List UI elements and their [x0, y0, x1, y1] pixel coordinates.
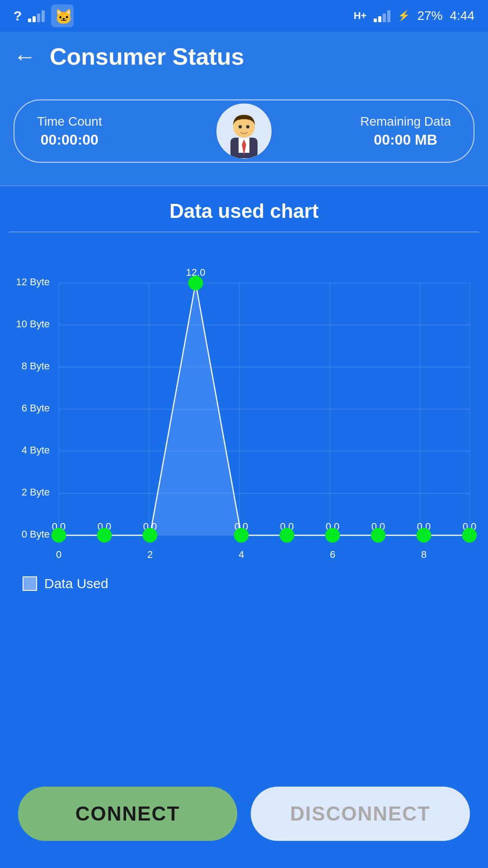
network-type: H+: [354, 10, 367, 22]
status-left: ? 🐱: [14, 5, 74, 27]
svg-text:12 Byte: 12 Byte: [16, 276, 50, 288]
back-button[interactable]: ←: [14, 43, 36, 70]
svg-text:4: 4: [239, 549, 244, 560]
svg-text:8: 8: [421, 549, 427, 560]
legend-color-box: [23, 576, 37, 591]
legend-label: Data Used: [44, 576, 108, 591]
time-count-item: Time Count 00:00:00: [37, 114, 102, 148]
connect-button[interactable]: CONNECT: [18, 787, 237, 841]
svg-point-41: [97, 528, 112, 542]
status-right: H+ ⚡ 27% 4:44: [354, 9, 474, 23]
battery-percent: 27%: [417, 9, 442, 23]
svg-point-8: [246, 125, 249, 128]
chart-divider: [9, 231, 479, 232]
remaining-data-label: Remaining Data: [360, 114, 451, 129]
svg-text:6: 6: [330, 549, 335, 560]
svg-text:2: 2: [147, 549, 153, 560]
info-card: Time Count 00:00:00: [14, 99, 474, 163]
svg-point-42: [143, 528, 157, 542]
svg-point-43: [188, 276, 203, 290]
svg-text:8 Byte: 8 Byte: [22, 360, 50, 372]
charging-icon: ⚡: [398, 10, 410, 22]
time-count-value: 00:00:00: [37, 132, 102, 148]
chart-title: Data used chart: [9, 200, 479, 222]
cat-icon: 🐱: [51, 5, 74, 27]
remaining-data-item: Remaining Data 00:00 MB: [360, 114, 451, 148]
chart-legend: Data Used: [9, 567, 479, 600]
app-bar: ← Consumer Status: [0, 32, 488, 81]
status-bar: ? 🐱 H+ ⚡ 27% 4:44: [0, 0, 488, 32]
svg-text:0 Byte: 0 Byte: [22, 528, 50, 540]
svg-text:2 Byte: 2 Byte: [22, 486, 50, 498]
svg-point-48: [417, 528, 431, 542]
page-title: Consumer Status: [50, 43, 244, 70]
svg-point-49: [462, 528, 477, 542]
svg-point-40: [52, 528, 66, 542]
svg-text:0: 0: [56, 549, 61, 560]
signal-icon: [28, 9, 45, 22]
bottom-buttons: CONNECT DISCONNECT: [0, 787, 488, 841]
svg-point-44: [234, 528, 249, 542]
svg-point-7: [239, 125, 242, 128]
svg-text:6 Byte: 6 Byte: [22, 402, 50, 414]
svg-point-45: [280, 528, 294, 542]
disconnect-button[interactable]: DISCONNECT: [251, 787, 470, 841]
svg-point-46: [325, 528, 340, 542]
chart-section: Data used chart 0 Byte 2 Byte: [0, 186, 488, 600]
svg-text:10 Byte: 10 Byte: [16, 318, 50, 330]
clock: 4:44: [450, 9, 475, 23]
chart-container: 0 Byte 2 Byte 4 Byte 6 Byte 8 Byte 10 By…: [9, 241, 479, 567]
question-icon: ?: [14, 8, 22, 24]
svg-text:4 Byte: 4 Byte: [22, 444, 50, 456]
chart-svg: 0 Byte 2 Byte 4 Byte 6 Byte 8 Byte 10 By…: [9, 241, 479, 567]
avatar: [215, 102, 273, 160]
info-section: Time Count 00:00:00: [0, 81, 488, 185]
svg-text:🐱: 🐱: [55, 8, 73, 25]
remaining-data-value: 00:00 MB: [360, 132, 451, 148]
signal-icon-right: [374, 9, 390, 22]
time-count-label: Time Count: [37, 114, 102, 129]
svg-point-47: [371, 528, 385, 542]
